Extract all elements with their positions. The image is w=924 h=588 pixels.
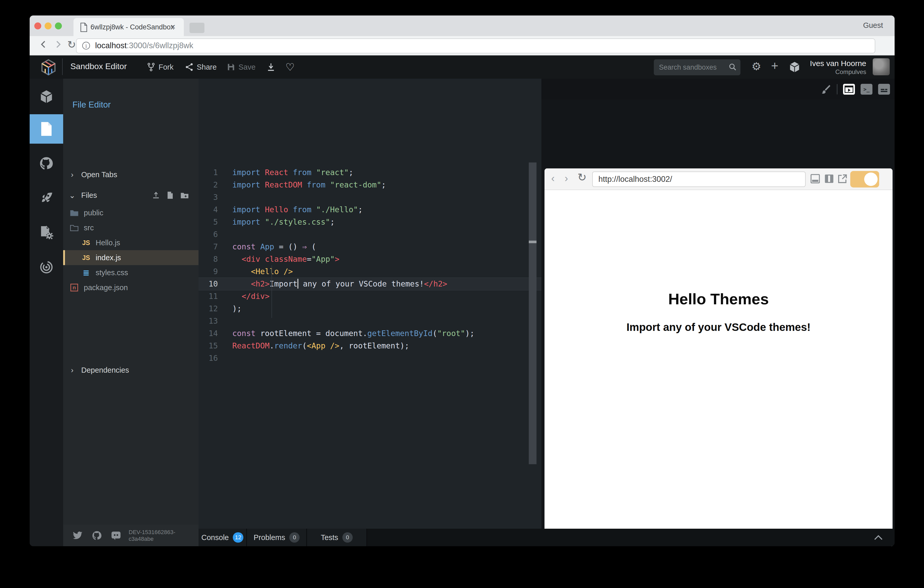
zoom-window-button[interactable] — [55, 22, 62, 30]
view-preview-button[interactable] — [843, 84, 855, 95]
code-line-10[interactable]: 10 <h2>Import any of your VSCode themes!… — [198, 278, 541, 290]
share-button[interactable]: Share — [185, 55, 216, 79]
browser-toolbar: ↻ i localhost:3000/s/6wllzpj8wk ⋮ — [30, 36, 894, 55]
editor-scrollbar[interactable] — [529, 162, 536, 464]
live-tab[interactable] — [30, 253, 63, 282]
npm-icon: n — [70, 284, 78, 291]
code-line-2[interactable]: 2import ReactDOM from "react-dom"; — [198, 179, 541, 191]
chevron-down-icon: ⌄ — [63, 191, 81, 200]
page-info-icon[interactable]: i — [82, 42, 90, 50]
close-tab-icon[interactable]: × — [170, 21, 176, 32]
like-button[interactable]: ♡ — [285, 55, 295, 79]
code-line-5[interactable]: 5import "./styles.css"; — [198, 216, 541, 228]
bottom-panel-icon[interactable] — [810, 174, 820, 183]
file-name: Hello.js — [96, 239, 120, 247]
side-panel-icon[interactable] — [825, 174, 834, 183]
window-play-icon — [845, 85, 853, 93]
line-number: 3 — [198, 191, 218, 203]
upload-file-icon[interactable] — [152, 192, 160, 199]
editor-scrollbar-thumb[interactable] — [529, 241, 536, 243]
file-item-src[interactable]: src — [63, 220, 198, 235]
new-file-icon[interactable] — [167, 192, 174, 199]
code-line-6[interactable]: 6 — [198, 228, 541, 241]
code-line-1[interactable]: 1import React from "react"; — [198, 166, 541, 179]
save-button[interactable]: Save — [227, 55, 256, 79]
file-item-index.js[interactable]: JSindex.js — [63, 250, 198, 265]
file-name: package.json — [84, 283, 128, 292]
new-tab-button[interactable] — [190, 23, 205, 33]
codesandbox-logo-icon[interactable] — [40, 59, 56, 76]
file-item-styles.css[interactable]: ≣styles.css — [63, 265, 198, 280]
statusbar-tab-console[interactable]: Console12 — [198, 529, 247, 546]
code-line-7[interactable]: 7const App = () ⇒ ( — [198, 241, 541, 253]
close-window-button[interactable] — [34, 22, 41, 30]
chevron-up-icon[interactable] — [873, 533, 883, 542]
back-icon[interactable] — [39, 40, 48, 49]
toggle-knob — [864, 173, 878, 186]
code-line-4[interactable]: 4import Hello from "./Hello"; — [198, 203, 541, 216]
new-folder-icon[interactable] — [180, 192, 189, 199]
github-tab[interactable] — [30, 149, 63, 178]
code-line-12[interactable]: 12); — [198, 302, 541, 315]
file-item-Hello.js[interactable]: JSHello.js — [63, 235, 198, 250]
sidebar-footer: DEV-1531662863-c3a48abe — [63, 525, 198, 546]
line-number: 11 — [198, 290, 218, 302]
prettify-brush-icon[interactable] — [821, 84, 831, 94]
discord-icon[interactable] — [111, 531, 121, 540]
statusbar-tab-problems[interactable]: Problems0 — [247, 529, 307, 546]
github-icon[interactable] — [92, 531, 102, 540]
statusbar-tab-tests[interactable]: Tests0 — [307, 529, 367, 546]
settings-gear-icon[interactable]: ⚙ — [752, 60, 761, 73]
avatar[interactable] — [873, 58, 890, 75]
code-line-16[interactable]: 16 — [198, 352, 541, 364]
files-section[interactable]: ⌄ Files — [63, 188, 198, 203]
file-editor-tab[interactable] — [30, 114, 63, 144]
line-number: 8 — [198, 253, 218, 265]
code-line-11[interactable]: 11 </div> — [198, 290, 541, 302]
view-devtools-button[interactable] — [878, 84, 890, 95]
view-terminal-button[interactable]: >_ — [861, 84, 873, 95]
file-explorer: File Editor › Open Tabs ⌄ Files publicsr… — [63, 79, 198, 540]
address-bar[interactable]: i localhost:3000/s/6wllzpj8wk — [76, 38, 875, 53]
browser-tab[interactable]: 6wllzpj8wk - CodeSandbox × — [73, 18, 184, 36]
deploy-tab[interactable] — [30, 183, 63, 213]
download-button[interactable] — [267, 55, 275, 79]
code-line-8[interactable]: 8 <div className="App"> — [198, 253, 541, 265]
search-input[interactable] — [654, 59, 726, 75]
code-line-14[interactable]: 14const rootElement = document.getElemen… — [198, 327, 541, 340]
live-reload-toggle[interactable] — [850, 171, 879, 187]
forward-icon[interactable] — [53, 40, 63, 49]
code-line-15[interactable]: 15ReactDOM.render(<App />, rootElement); — [198, 340, 541, 352]
code-line-9[interactable]: 9 <Hello /> — [198, 265, 541, 278]
preview-forward-icon[interactable]: › — [564, 173, 568, 184]
file-list: publicsrcJSHello.jsJSindex.js≣styles.css… — [63, 205, 198, 295]
open-tabs-section[interactable]: › Open Tabs — [63, 167, 198, 182]
line-number: 12 — [198, 302, 218, 315]
twitter-icon[interactable] — [73, 531, 83, 540]
rocket-icon — [40, 192, 53, 205]
file-item-package.json[interactable]: npackage.json — [63, 280, 198, 295]
line-number: 1 — [198, 166, 218, 179]
file-name: public — [84, 209, 103, 217]
code-line-3[interactable]: 3 — [198, 191, 541, 203]
code-line-13[interactable]: 13 — [198, 315, 541, 327]
user-name[interactable]: Ives van Hoorne — [762, 59, 866, 68]
preview-address-input[interactable] — [592, 172, 806, 187]
cube-icon — [40, 89, 53, 104]
search-icon[interactable] — [729, 63, 737, 71]
line-number: 14 — [198, 327, 218, 340]
preview-pane: ‹ › ↻ Hello Themes Import any of your VS… — [544, 168, 893, 546]
open-external-icon[interactable] — [838, 174, 847, 183]
minimize-window-button[interactable] — [45, 22, 51, 30]
preview-subheading: Import any of your VSCode themes! — [544, 321, 893, 334]
preview-refresh-icon[interactable]: ↻ — [578, 171, 587, 183]
fork-button[interactable]: Fork — [147, 55, 173, 79]
project-info-tab[interactable] — [30, 82, 63, 111]
profile-label[interactable]: Guest — [837, 21, 883, 30]
dependencies-section[interactable]: › Dependencies — [63, 363, 198, 378]
reload-icon[interactable]: ↻ — [67, 39, 76, 51]
config-files-tab[interactable] — [30, 218, 63, 247]
line-number: 7 — [198, 241, 218, 253]
file-item-public[interactable]: public — [63, 205, 198, 220]
preview-back-icon[interactable]: ‹ — [551, 173, 554, 184]
